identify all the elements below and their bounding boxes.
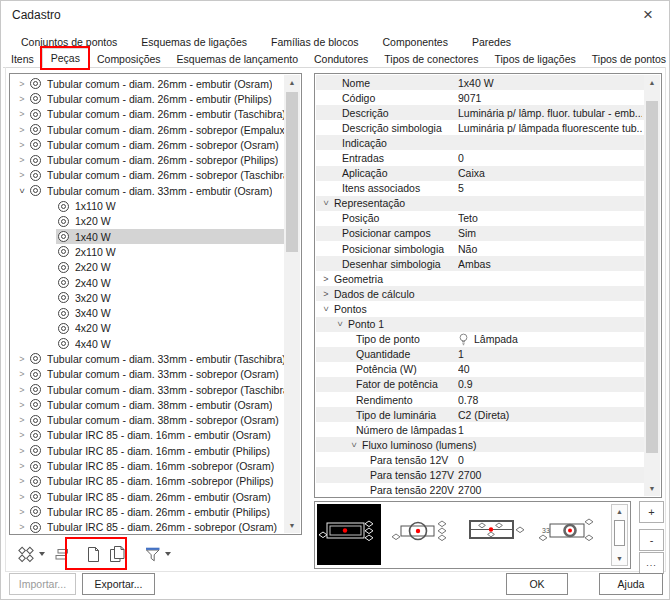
grid-scrollbar[interactable]: [644, 75, 660, 496]
scroll-up-icon[interactable]: [644, 75, 660, 90]
tree-item[interactable]: 2x20 W: [11, 260, 284, 275]
tab-tipos-de-pontos[interactable]: Tipos de pontos: [584, 50, 670, 67]
property-row[interactable]: Para tensão 12V0: [316, 452, 644, 467]
more-options-button[interactable]: ...: [639, 552, 664, 574]
chevron-right-icon[interactable]: [16, 430, 28, 440]
scroll-down-icon[interactable]: [612, 552, 627, 565]
scrollbar-thumb[interactable]: [286, 92, 298, 252]
tab-tipos-de-conectores[interactable]: Tipos de conectores: [376, 50, 486, 67]
tree-item[interactable]: Tubular comum - diam. 33mm - sobrepor (T…: [11, 382, 284, 397]
property-row[interactable]: Posicionar simbologiaNão: [316, 241, 644, 256]
tree-item[interactable]: 3x20 W: [11, 290, 284, 305]
tab-pecas[interactable]: Peças: [42, 48, 89, 68]
scroll-up-icon[interactable]: [612, 505, 627, 518]
tab-composicoes[interactable]: Composições: [89, 50, 169, 67]
chevron-down-icon[interactable]: [349, 439, 359, 451]
property-row[interactable]: Entradas0: [316, 150, 644, 165]
tree-item[interactable]: 3x40 W: [11, 305, 284, 320]
property-row[interactable]: AplicaçãoCaixa: [316, 166, 644, 181]
tree-item[interactable]: Tubular IRC 85 - diam. 16mm -sobrepor (O…: [11, 458, 284, 473]
chevron-right-icon[interactable]: [16, 369, 28, 379]
chevron-right-icon[interactable]: [16, 461, 28, 471]
property-row[interactable]: Fator de potência0.9: [316, 377, 644, 392]
chevron-down-icon[interactable]: [17, 185, 27, 197]
chevron-right-icon[interactable]: [16, 522, 28, 532]
scroll-down-icon[interactable]: [284, 518, 300, 533]
tab-esquemas-de-ligacoes[interactable]: Esquemas de ligações: [129, 33, 259, 50]
tree-item[interactable]: Tubular comum - diam. 26mm - sobrepor (P…: [11, 152, 284, 167]
tree-item[interactable]: Tubular comum - diam. 26mm - sobrepor (E…: [11, 122, 284, 137]
copy-button[interactable]: [85, 546, 101, 563]
associate-items-button[interactable]: [17, 545, 45, 563]
scrollbar-thumb[interactable]: [614, 520, 625, 546]
property-row[interactable]: Quantidade1: [316, 347, 644, 362]
property-group-row[interactable]: Pontos: [316, 301, 644, 316]
chevron-right-icon[interactable]: [16, 476, 28, 486]
property-row[interactable]: Posicionar camposSim: [316, 226, 644, 241]
tree-item[interactable]: Tubular IRC 85 - diam. 16mm - embutir (O…: [11, 428, 284, 443]
tree-item[interactable]: Tubular IRC 85 - diam. 16mm -sobrepor (P…: [11, 474, 284, 489]
property-group-row[interactable]: Dados de cálculo: [316, 286, 644, 301]
property-row[interactable]: Tipo de lumináriaC2 (Direta): [316, 407, 644, 422]
importar-button[interactable]: Importar...: [9, 573, 76, 595]
chevron-right-icon[interactable]: [16, 507, 28, 517]
chevron-right-icon[interactable]: [320, 289, 332, 299]
scroll-down-icon[interactable]: [644, 481, 660, 496]
tree-item[interactable]: Tubular comum - diam. 38mm - embutir (Os…: [11, 397, 284, 412]
property-group-row[interactable]: Representação: [316, 196, 644, 211]
property-row[interactable]: Descrição simbologiaLuminária p/ lâmpada…: [316, 120, 644, 135]
chevron-right-icon[interactable]: [16, 140, 28, 150]
chevron-right-icon[interactable]: [16, 446, 28, 456]
symbol-thumb-selected[interactable]: [317, 504, 381, 565]
tab-familias-de-blocos[interactable]: Famílias de blocos: [259, 33, 371, 50]
list-items-button[interactable]: [54, 546, 70, 562]
chevron-right-icon[interactable]: [16, 385, 28, 395]
tree-item[interactable]: Tubular comum - diam. 26mm - embutir (Ph…: [11, 91, 284, 106]
chevron-right-icon[interactable]: [16, 415, 28, 425]
symbol-thumb[interactable]: [463, 504, 527, 565]
tab-itens[interactable]: Itens: [3, 50, 42, 67]
exportar-button[interactable]: Exportar...: [82, 573, 155, 595]
chevron-down-icon[interactable]: [321, 197, 331, 209]
tab-componentes[interactable]: Componentes: [371, 33, 460, 50]
chevron-right-icon[interactable]: [16, 79, 28, 89]
tree-item[interactable]: 1x110 W: [11, 198, 284, 213]
tree-item[interactable]: Tubular IRC 85 - diam. 16mm - embutir (P…: [11, 443, 284, 458]
property-group-row[interactable]: Fluxo luminoso (lumens): [316, 437, 644, 452]
tree-item[interactable]: Tubular IRC 85 - diam. 26mm - sobrepor (…: [11, 520, 284, 533]
remove-symbol-button[interactable]: -: [639, 529, 664, 551]
tree-item[interactable]: 4x40 W: [11, 336, 284, 351]
paste-button[interactable]: [108, 545, 127, 563]
chevron-down-icon[interactable]: [321, 303, 331, 315]
chevron-right-icon[interactable]: [16, 125, 28, 135]
property-row[interactable]: Desenhar simbologiaAmbas: [316, 256, 644, 271]
chevron-right-icon[interactable]: [16, 354, 28, 364]
tree-item[interactable]: Tubular IRC 85 - diam. 26mm - embutir (P…: [11, 504, 284, 519]
chevron-right-icon[interactable]: [320, 274, 332, 284]
tree-item[interactable]: Tubular IRC 85 - diam. 26mm - embutir (O…: [11, 489, 284, 504]
tree-item[interactable]: Tubular comum - diam. 26mm - embutir (Os…: [11, 76, 284, 91]
property-row[interactable]: Número de lâmpadas1: [316, 422, 644, 437]
chevron-down-icon[interactable]: [335, 318, 345, 330]
tab-paredes[interactable]: Paredes: [460, 33, 523, 50]
chevron-right-icon[interactable]: [16, 94, 28, 104]
tree-item[interactable]: 4x20 W: [11, 321, 284, 336]
property-row[interactable]: DescriçãoLuminária p/ lâmp. fluor. tubul…: [316, 105, 644, 120]
tree-item[interactable]: Tubular comum - diam. 33mm - embutir (Os…: [11, 183, 284, 198]
tree-item[interactable]: Tubular comum - diam. 26mm - sobrepor (T…: [11, 168, 284, 183]
property-row[interactable]: Indicação: [316, 135, 644, 150]
ajuda-button[interactable]: Ajuda: [599, 573, 663, 595]
chevron-right-icon[interactable]: [16, 109, 28, 119]
property-row[interactable]: Itens associados5: [316, 181, 644, 196]
chevron-right-icon[interactable]: [16, 155, 28, 165]
tab-tipos-de-ligacoes[interactable]: Tipos de ligações: [486, 50, 583, 67]
tree-item[interactable]: 1x40 W: [11, 229, 284, 244]
scrollbar-thumb[interactable]: [646, 101, 658, 453]
close-icon[interactable]: [635, 3, 661, 27]
tree-item[interactable]: Tubular comum - diam. 26mm - sobrepor (O…: [11, 137, 284, 152]
add-symbol-button[interactable]: +: [639, 501, 664, 523]
property-row[interactable]: Nome1x40 W: [316, 75, 644, 90]
symbol-thumb[interactable]: [390, 504, 454, 565]
tree-item[interactable]: Tubular comum - diam. 33mm - sobrepor (O…: [11, 367, 284, 382]
tree-item[interactable]: Tubular comum - diam. 38mm - sobrepor (O…: [11, 413, 284, 428]
